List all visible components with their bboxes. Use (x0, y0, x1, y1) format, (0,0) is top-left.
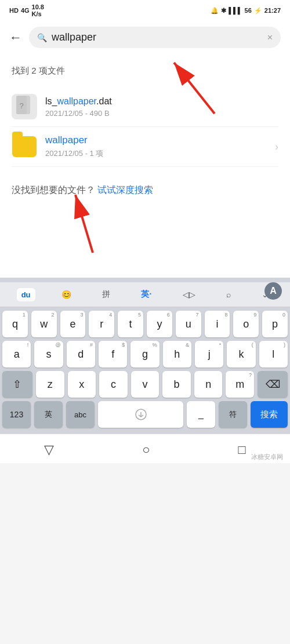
dat-file-meta: 2021/12/05 - 490 B (45, 109, 278, 118)
result-count: 找到 2 项文件 (12, 66, 278, 77)
key-underscore[interactable]: _ (187, 401, 215, 428)
back-button[interactable]: ← (9, 30, 22, 45)
toolbar-english-btn[interactable]: 英· (136, 287, 156, 302)
key-y[interactable]: y6 (147, 311, 172, 337)
key-b[interactable]: b (162, 371, 191, 398)
toolbar-emoji-btn[interactable]: 😊 (57, 288, 76, 301)
keyboard-row-3: ⇧ z x c v b n m? ⌫ (2, 371, 288, 398)
dat-name-highlight: wallpaper (57, 96, 96, 106)
clear-button[interactable]: × (267, 32, 273, 43)
wifi-icon: ▌▌▌ (229, 7, 242, 14)
dat-file-icon: ? (12, 94, 37, 119)
folder-icon (12, 134, 37, 159)
toolbar-pinyin-btn[interactable]: 拼 (97, 287, 115, 302)
toolbar-cursor-btn[interactable]: ◁▷ (178, 288, 200, 301)
keyboard-row-2: a! s@ d# f$ g% h& j* k( l) (2, 341, 288, 368)
folder-shape (12, 136, 37, 157)
bottom-nav: ▽ ○ □ 冰糖安卓网 (0, 434, 290, 463)
chevron-right-icon: › (275, 141, 278, 153)
folder-info: wallpaper 2021/12/05 - 1 项 (45, 134, 267, 159)
dat-name-prefix: ls_ (45, 96, 57, 106)
key-l[interactable]: l) (259, 341, 288, 368)
dat-file-info: ls_wallpaper.dat 2021/12/05 - 490 B (45, 96, 278, 118)
key-z[interactable]: z (36, 371, 64, 398)
key-e[interactable]: e3 (60, 311, 86, 337)
key-v[interactable]: v (131, 371, 160, 398)
key-u[interactable]: u7 (176, 311, 201, 337)
status-right: 🔔 ✱ ▌▌▌ 56 ⚡ 21:27 (211, 7, 281, 14)
key-h[interactable]: h& (163, 341, 191, 368)
search-box[interactable]: 🔍 × (29, 27, 281, 48)
key-d[interactable]: d# (67, 341, 95, 368)
keyboard-keys: q1 w2 e3 r4 t5 y6 u7 i8 o9 p0 a! s@ d# f… (0, 307, 290, 434)
key-p[interactable]: p0 (262, 311, 288, 337)
deep-search-link[interactable]: 试试深度搜索 (97, 185, 153, 195)
network-type: HD (9, 7, 19, 14)
search-icon: 🔍 (37, 33, 47, 42)
file-item-dat[interactable]: ? ls_wallpaper.dat 2021/12/05 - 490 B (12, 87, 278, 127)
dat-file-name: ls_wallpaper.dat (45, 96, 278, 107)
key-o[interactable]: o9 (233, 311, 259, 337)
time: 21:27 (264, 7, 281, 14)
key-a[interactable]: a! (2, 341, 31, 368)
key-s[interactable]: s@ (34, 341, 63, 368)
deep-search-area: 没找到想要的文件？ 试试深度搜索 (12, 167, 278, 208)
alarm-icon: 🔔 (211, 7, 219, 14)
toolbar-search-btn[interactable]: ⌕ (222, 288, 235, 301)
bluetooth-icon: ✱ (221, 7, 226, 14)
nav-home[interactable]: ○ (130, 440, 161, 460)
status-bar: HD 4G 10.8K/s 🔔 ✱ ▌▌▌ 56 ⚡ 21:27 (0, 0, 290, 21)
toolbar-du-btn[interactable]: du (17, 288, 35, 301)
search-input[interactable] (52, 31, 263, 43)
key-symbols[interactable]: 符 (219, 401, 247, 428)
key-j[interactable]: j* (195, 341, 223, 368)
svg-text:?: ? (19, 101, 23, 110)
key-x[interactable]: x (68, 371, 96, 398)
deep-search-prompt: 没找到想要的文件？ (12, 185, 95, 195)
key-delete[interactable]: ⌫ (258, 371, 288, 398)
folder-name: wallpaper (45, 134, 267, 146)
spacer (12, 208, 278, 278)
key-f[interactable]: f$ (99, 341, 127, 368)
key-shift[interactable]: ⇧ (2, 371, 32, 398)
key-g[interactable]: g% (130, 341, 159, 368)
font-avatar: A (264, 282, 282, 300)
dat-name-suffix: .dat (96, 96, 112, 106)
key-lang[interactable]: 英 (34, 401, 63, 428)
keyboard-toolbar: du 😊 拼 英· ◁▷ ⌕ ⌄ (0, 282, 290, 307)
key-n[interactable]: n (194, 371, 223, 398)
nav-back[interactable]: ▽ (32, 440, 66, 460)
key-m[interactable]: m? (226, 371, 254, 398)
key-i[interactable]: i8 (205, 311, 230, 337)
key-q[interactable]: q1 (2, 311, 28, 337)
key-w[interactable]: w2 (31, 311, 57, 337)
signal-strength: 4G (21, 7, 30, 14)
key-c[interactable]: c (99, 371, 128, 398)
main-content: ← 🔍 × 找到 2 项文件 ? ls_wallpaper.dat 2021 (0, 21, 290, 278)
battery-level: 56 (245, 7, 252, 14)
file-item-folder[interactable]: wallpaper 2021/12/05 - 1 项 › (12, 127, 278, 167)
key-search[interactable]: 搜索 (251, 401, 288, 428)
battery-icon: ⚡ (254, 7, 262, 14)
top-bar: ← 🔍 × (0, 21, 290, 56)
key-abc[interactable]: abc (66, 401, 95, 428)
folder-meta: 2021/12/05 - 1 项 (45, 148, 267, 159)
keyboard-area: A du 😊 拼 英· ◁▷ ⌕ ⌄ q1 w2 e3 r4 t5 y6 u7 … (0, 278, 290, 434)
results-area: 找到 2 项文件 ? ls_wallpaper.dat 2021/12/05 -… (0, 56, 290, 278)
key-k[interactable]: k( (227, 341, 255, 368)
key-r[interactable]: r4 (89, 311, 114, 337)
keyboard-row-4: 123 英 abc _ 符 搜索 (2, 401, 288, 428)
key-space[interactable] (98, 401, 183, 428)
key-t[interactable]: t5 (118, 311, 143, 337)
keyboard-row-1: q1 w2 e3 r4 t5 y6 u7 i8 o9 p0 (2, 311, 288, 337)
status-left: HD 4G 10.8K/s (9, 3, 44, 17)
key-123[interactable]: 123 (2, 401, 31, 428)
watermark-text: 冰糖安卓网 (249, 452, 285, 462)
speed-indicator: 10.8K/s (32, 3, 44, 17)
